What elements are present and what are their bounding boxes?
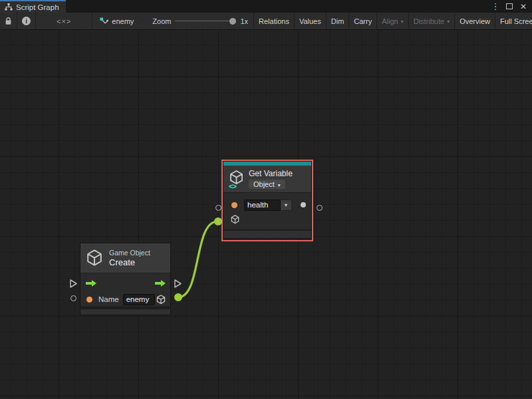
chevron-down-icon: ▾: [278, 182, 281, 188]
zoom-control: Zoom 1x: [140, 13, 253, 29]
graph-canvas[interactable]: Game Object Create Name: [0, 30, 532, 399]
variable-scope-dropdown[interactable]: Object ▾: [249, 180, 285, 189]
lock-icon: [5, 17, 12, 25]
tab-title: Script Graph: [16, 3, 59, 11]
code-preview-button[interactable]: <×>: [36, 13, 92, 29]
chevron-down-icon: ▾: [447, 19, 450, 25]
node-title: Get Variable: [249, 169, 293, 178]
distribute-dropdown[interactable]: Distribute ▾: [408, 13, 454, 29]
name-input-port[interactable]: [215, 205, 221, 211]
graph-toolbar: i <×> enemy Zoom 1x Relations Values Dim…: [0, 13, 532, 30]
control-exit-port[interactable]: [174, 279, 182, 290]
window-tab-strip: Script Graph ⋮ ✕: [0, 0, 532, 13]
get-variable-icon: <>: [228, 169, 246, 189]
name-value-field[interactable]: [123, 294, 155, 305]
window-close-icon[interactable]: ✕: [519, 1, 528, 12]
script-graph-icon: [5, 3, 13, 11]
dim-button[interactable]: Dim: [326, 13, 349, 29]
name-port-label: Name: [98, 295, 119, 303]
node-footer: [80, 309, 171, 315]
variable-name-port-dot[interactable]: [231, 202, 237, 208]
node-title: Create: [109, 257, 150, 267]
info-button[interactable]: i: [17, 13, 36, 29]
object-port-cube-icon[interactable]: [230, 214, 240, 225]
wire-source-dot: [174, 293, 182, 301]
tab-script-graph[interactable]: Script Graph: [0, 0, 66, 13]
value-output-port[interactable]: [317, 205, 323, 211]
name-port-dot[interactable]: [86, 297, 92, 303]
align-dropdown[interactable]: Align ▾: [376, 13, 408, 29]
node-game-object-create[interactable]: Game Object Create Name: [80, 243, 171, 315]
graph-name: enemy: [112, 17, 134, 25]
node-get-variable[interactable]: <> Get Variable Object ▾ ▼: [221, 160, 313, 241]
node-footer: [223, 229, 311, 238]
relations-button[interactable]: Relations: [253, 13, 294, 29]
zoom-value: 1x: [240, 17, 248, 25]
lock-button[interactable]: [0, 13, 17, 29]
values-button[interactable]: Values: [294, 13, 326, 29]
overview-button[interactable]: Overview: [454, 13, 495, 29]
node-category: Game Object: [109, 249, 150, 257]
control-input-arrow-icon[interactable]: [85, 279, 97, 287]
code-angle-icon: <>: [229, 182, 236, 190]
zoom-slider-handle[interactable]: [229, 18, 236, 25]
gameobject-output-cube-icon[interactable]: [156, 294, 166, 305]
info-icon: i: [22, 17, 31, 25]
zoom-label: Zoom: [152, 17, 171, 25]
code-icon: <×>: [41, 17, 87, 25]
game-object-cube-icon: [85, 248, 104, 268]
variable-picker-dropdown[interactable]: ▼: [281, 200, 292, 211]
name-input-port[interactable]: [70, 295, 76, 301]
graph-breadcrumb[interactable]: enemy: [92, 13, 140, 29]
chevron-down-icon: ▾: [401, 19, 404, 25]
carry-button[interactable]: Carry: [348, 13, 376, 29]
variable-name-field[interactable]: [244, 200, 281, 211]
window-maximize-icon[interactable]: [505, 1, 514, 12]
graph-icon: [99, 17, 108, 25]
control-output-arrow-icon[interactable]: [154, 279, 166, 287]
fullscreen-button[interactable]: Full Screen: [495, 13, 532, 29]
control-enter-port[interactable]: [69, 279, 78, 290]
value-output-dot[interactable]: [301, 202, 306, 207]
zoom-slider[interactable]: [175, 17, 236, 25]
window-menu-icon[interactable]: ⋮: [491, 1, 500, 12]
